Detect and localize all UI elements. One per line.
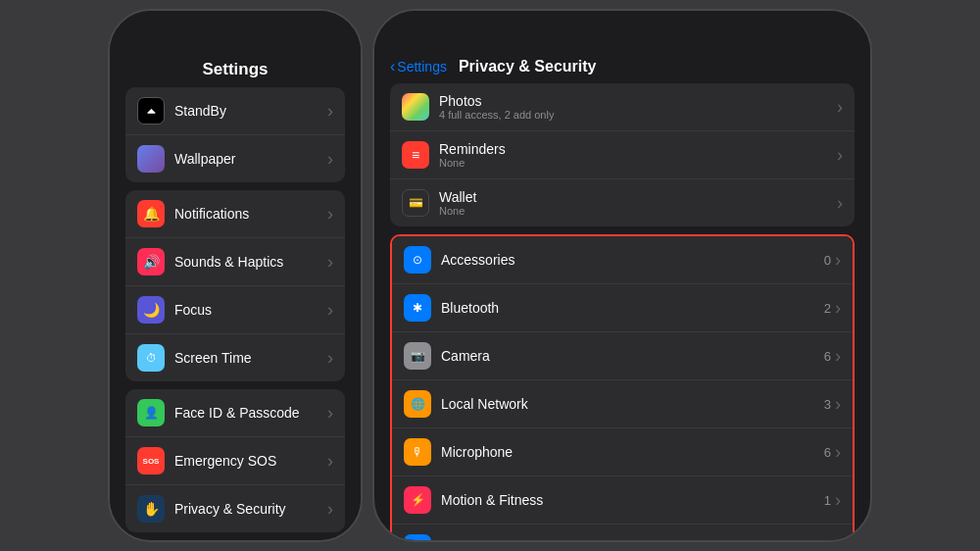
sounds-chevron — [327, 252, 333, 273]
wallpaper-chevron — [327, 149, 333, 170]
microphone-icon: 🎙 — [404, 438, 431, 466]
microphone-label: Microphone — [441, 444, 824, 460]
wallet-item[interactable]: 💳 Wallet None — [390, 179, 855, 226]
reminders-chevron — [837, 145, 843, 166]
microphone-chevron — [835, 442, 841, 463]
notifications-item[interactable]: 🔔 Notifications — [125, 190, 345, 238]
nearby-icon: ◎ — [404, 534, 431, 540]
faceid-label: Face ID & Passcode — [174, 405, 300, 421]
wallet-sub: None — [439, 205, 837, 217]
fitness-label: Motion & Fitness — [441, 492, 824, 508]
top-privacy-group: Photos 4 full access, 2 add only ≡ Remin… — [390, 83, 855, 226]
back-button[interactable]: ‹ Settings — [390, 58, 447, 75]
standby-icon: ⏶ — [137, 97, 165, 125]
left-title: Settings — [202, 60, 268, 78]
microphone-count: 6 — [824, 445, 831, 460]
accessories-count: 0 — [824, 253, 831, 268]
focus-chevron — [327, 300, 333, 321]
fitness-item[interactable]: ⚡ Motion & Fitness 1 — [392, 476, 853, 525]
settings-list: ⏶ StandBy Wallpaper — [110, 87, 361, 540]
accessories-item[interactable]: ⊙ Accessories 0 — [392, 236, 853, 284]
highlighted-privacy-group: ⊙ Accessories 0 ✱ Bluetooth 2 📷 Camera 6 — [390, 234, 855, 540]
microphone-item[interactable]: 🎙 Microphone 6 — [392, 428, 853, 476]
bluetooth-icon: ✱ — [404, 294, 431, 322]
right-phone: ‹ Settings Privacy & Security Photos 4 f… — [372, 9, 872, 542]
wallet-icon: 💳 — [402, 189, 429, 217]
localnetwork-count: 3 — [824, 397, 831, 412]
wallpaper-label: Wallpaper — [174, 151, 236, 167]
group-middle: 🔔 Notifications 🔊 Sounds & Haptics — [125, 190, 345, 381]
emergencysos-item[interactable]: SOS Emergency SOS — [125, 437, 345, 485]
focus-label: Focus — [174, 302, 212, 318]
wallet-label: Wallet — [439, 189, 837, 205]
bluetooth-item[interactable]: ✱ Bluetooth 2 — [392, 284, 853, 332]
left-nav-header: Settings — [110, 11, 361, 87]
privacy-label: Privacy & Security — [174, 501, 286, 517]
photos-icon — [402, 93, 429, 121]
emergencysos-chevron — [327, 451, 333, 472]
phones-container: Settings ⏶ StandBy — [0, 0, 980, 551]
bluetooth-count: 2 — [824, 301, 831, 316]
focus-item[interactable]: 🌙 Focus — [125, 286, 345, 334]
localnetwork-item[interactable]: 🌐 Local Network 3 — [392, 380, 853, 428]
camera-item[interactable]: 📷 Camera 6 — [392, 332, 853, 380]
right-content: Photos 4 full access, 2 add only ≡ Remin… — [374, 83, 870, 540]
back-chevron: ‹ — [390, 58, 395, 75]
fitness-chevron — [835, 490, 841, 511]
photos-sub: 4 full access, 2 add only — [439, 109, 837, 121]
reminders-label: Reminders — [439, 141, 837, 157]
fitness-count: 1 — [824, 493, 831, 508]
wallpaper-item[interactable]: Wallpaper — [125, 135, 345, 182]
standby-item[interactable]: ⏶ StandBy — [125, 87, 345, 135]
camera-label: Camera — [441, 348, 824, 364]
sounds-item[interactable]: 🔊 Sounds & Haptics — [125, 238, 345, 286]
accessories-chevron — [835, 250, 841, 271]
screentime-item[interactable]: ⏱ Screen Time — [125, 334, 345, 381]
notifications-chevron — [327, 204, 333, 225]
sounds-label: Sounds & Haptics — [174, 254, 283, 270]
bluetooth-label: Bluetooth — [441, 300, 824, 316]
accessories-label: Accessories — [441, 252, 824, 268]
camera-chevron — [835, 346, 841, 367]
right-title: Privacy & Security — [459, 58, 597, 75]
reminders-icon: ≡ — [402, 141, 429, 169]
sounds-icon: 🔊 — [137, 248, 165, 276]
standby-chevron — [327, 101, 333, 122]
localnetwork-label: Local Network — [441, 396, 824, 412]
group-security: 👤 Face ID & Passcode — [125, 389, 345, 532]
privacy-icon: ✋ — [137, 495, 165, 523]
back-label: Settings — [397, 59, 447, 75]
photos-chevron — [837, 97, 843, 118]
nearby-chevron — [835, 538, 841, 541]
wallet-chevron — [837, 193, 843, 214]
localnetwork-chevron — [835, 394, 841, 415]
emergencysos-icon: SOS — [137, 447, 165, 475]
screentime-label: Screen Time — [174, 350, 252, 366]
fitness-icon: ⚡ — [404, 486, 431, 514]
privacy-item[interactable]: ✋ Privacy & Security — [125, 485, 345, 532]
screentime-icon: ⏱ — [137, 344, 165, 372]
emergencysos-label: Emergency SOS — [174, 453, 276, 469]
left-screen: Settings ⏶ StandBy — [110, 11, 361, 540]
bluetooth-chevron — [835, 298, 841, 319]
wallpaper-icon — [137, 145, 165, 173]
notifications-label: Notifications — [174, 206, 249, 222]
faceid-chevron — [327, 403, 333, 424]
focus-icon: 🌙 — [137, 296, 165, 324]
reminders-sub: None — [439, 157, 837, 169]
right-header: ‹ Settings Privacy & Security — [374, 11, 870, 83]
reminders-item[interactable]: ≡ Reminders None — [390, 131, 855, 179]
faceid-item[interactable]: 👤 Face ID & Passcode — [125, 389, 345, 437]
photos-label: Photos — [439, 93, 837, 109]
group-top: ⏶ StandBy Wallpaper — [125, 87, 345, 182]
left-phone: Settings ⏶ StandBy — [108, 9, 363, 542]
notifications-icon: 🔔 — [137, 200, 165, 227]
localnetwork-icon: 🌐 — [404, 390, 431, 418]
camera-icon: 📷 — [404, 342, 431, 370]
accessories-icon: ⊙ — [404, 246, 431, 274]
nearby-item[interactable]: ◎ Nearby Interactions 0 — [392, 525, 853, 540]
camera-count: 6 — [824, 349, 831, 364]
photos-item[interactable]: Photos 4 full access, 2 add only — [390, 83, 855, 131]
faceid-icon: 👤 — [137, 399, 165, 426]
privacy-chevron — [327, 499, 333, 520]
